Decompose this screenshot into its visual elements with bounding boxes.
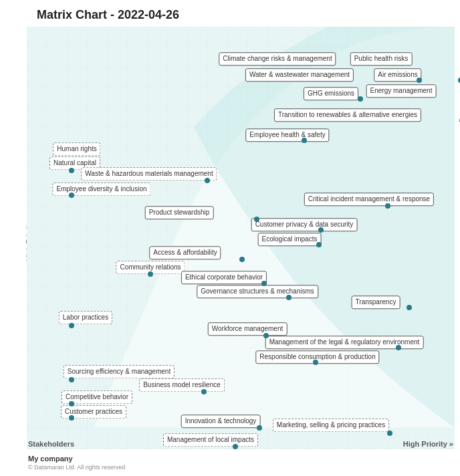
chart-title: Matrix Chart - 2022-04-26 — [37, 8, 179, 22]
chart-container: Matrix Chart - 2022-04-26 High Priority … — [0, 0, 460, 476]
stakeholders-label: Stakeholders — [28, 440, 74, 448]
high-priority-x-label: High Priority » — [403, 440, 453, 448]
background-svg — [27, 27, 455, 449]
chart-area — [27, 27, 455, 449]
footer-company: My company — [28, 455, 73, 463]
footer-copyright: © Datamaran Ltd. All rights reserved — [28, 464, 125, 471]
